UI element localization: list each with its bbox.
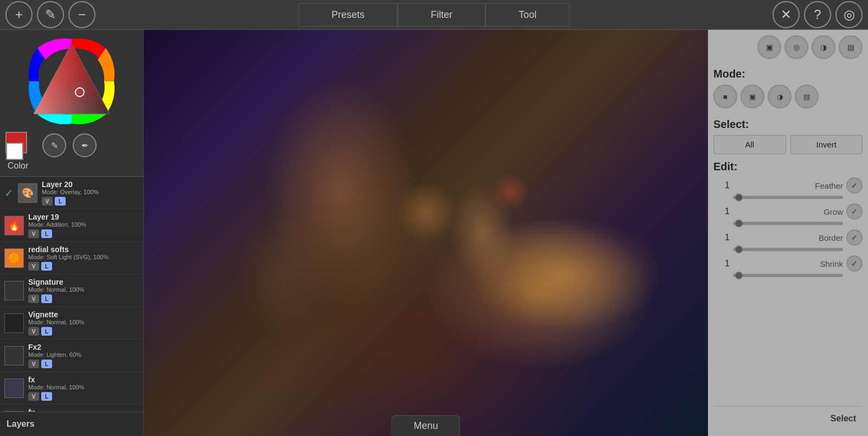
edit-button[interactable]: ✎ xyxy=(37,1,64,28)
grow-slider[interactable] xyxy=(733,222,843,225)
lock-badge[interactable]: L xyxy=(41,262,52,271)
lock-badge[interactable]: L xyxy=(55,197,66,206)
lock-badge[interactable]: L xyxy=(41,327,52,336)
layer-item[interactable]: 🟠 redial softs Mode: Soft Light (SVG), 1… xyxy=(0,242,143,274)
shrink-value: 1 xyxy=(713,259,730,268)
top-bar: + ✎ − Presets Filter Tool ✕ ? ◎ xyxy=(0,0,868,30)
right-icon-btn-3[interactable]: ◑ xyxy=(812,35,835,59)
layer-item[interactable]: Fx2 Mode: Lighten, 60% V L xyxy=(0,339,143,372)
layer-info: Vignette Mode: Normal, 100% V L xyxy=(28,310,139,336)
layer-item[interactable]: ✓ 🎨 Layer 20 Mode: Overlay, 100% V L xyxy=(0,177,143,209)
canvas-area[interactable]: Menu xyxy=(144,30,708,436)
mode-icon-4[interactable]: ▤ xyxy=(795,85,819,108)
color-wheel[interactable] xyxy=(9,35,134,127)
layer-mode: Mode: Lighten, 60% xyxy=(28,351,139,358)
visibility-badge[interactable]: V xyxy=(28,229,39,238)
feather-check-button[interactable]: ✓ xyxy=(846,177,863,194)
select-all-button[interactable]: All xyxy=(713,135,786,154)
presets-tab[interactable]: Presets xyxy=(298,3,398,27)
grow-slider-thumb xyxy=(735,220,743,227)
visibility-badge[interactable]: V xyxy=(28,294,39,303)
layer-badges: V L xyxy=(28,229,139,238)
border-value: 1 xyxy=(713,233,730,242)
layer-thumbnail xyxy=(4,346,24,366)
layer-item[interactable]: fx Mode: Normal, 100% V L xyxy=(0,372,143,405)
minus-button[interactable]: − xyxy=(68,1,95,28)
shrink-row: 1 Shrink ✓ xyxy=(713,255,863,272)
layer-info: Fx2 Mode: Lighten, 60% V L xyxy=(28,343,139,368)
color-picker-bottom: ✎ ✒ xyxy=(5,132,138,159)
visibility-badge[interactable]: V xyxy=(28,360,39,368)
layer-item[interactable]: 🔥 Layer 19 Mode: Addition, 100% V L xyxy=(0,209,143,242)
layer-thumbnail: 🟠 xyxy=(4,248,24,268)
right-icon-btn-1[interactable]: ▣ xyxy=(757,35,781,59)
background-color-swatch[interactable] xyxy=(6,143,23,160)
layer-thumbnail: 🎨 xyxy=(18,183,37,203)
shrink-slider[interactable] xyxy=(733,274,843,277)
border-slider-thumb xyxy=(735,246,743,253)
color-label: Color xyxy=(5,161,138,171)
layer-info: Signature Mode: Normal, 100% V L xyxy=(28,278,139,303)
layer-thumbnail xyxy=(4,379,24,398)
layer-badges: V L xyxy=(42,197,139,206)
lock-badge[interactable]: L xyxy=(41,360,52,368)
shrink-check-button[interactable]: ✓ xyxy=(846,255,863,272)
help-button[interactable]: ? xyxy=(804,1,831,28)
lock-badge[interactable]: L xyxy=(41,294,52,303)
mode-icons-row: ■ ▣ ◑ ▤ xyxy=(713,85,863,108)
select-bottom-label: Select xyxy=(831,414,856,424)
visibility-badge[interactable]: V xyxy=(28,327,39,336)
lock-badge[interactable]: L xyxy=(41,229,52,238)
top-bar-left: + ✎ − xyxy=(5,1,95,28)
layer-thumbnail xyxy=(4,281,24,300)
layers-title: Layers xyxy=(7,419,35,429)
feather-slider-thumb xyxy=(735,194,743,201)
filter-tab[interactable]: Filter xyxy=(398,3,486,27)
color-dropper-btn[interactable]: ✒ xyxy=(73,133,97,157)
layer-thumbnail: 🔥 xyxy=(4,216,24,235)
top-bar-right: ✕ ? ◎ xyxy=(773,1,863,28)
mode-icon-1[interactable]: ■ xyxy=(713,85,737,108)
layer-info: Layer 20 Mode: Overlay, 100% V L xyxy=(42,180,139,206)
visibility-badge[interactable]: V xyxy=(28,262,39,271)
border-slider[interactable] xyxy=(733,248,843,251)
left-panel: ✎ ✒ Color ✓ 🎨 Layer 20 Mode: Overlay, 10… xyxy=(0,30,144,436)
tool-tab[interactable]: Tool xyxy=(486,3,570,27)
layer-name: redial softs xyxy=(28,245,139,254)
layer-mode: Mode: Normal, 100% xyxy=(28,286,139,293)
layer-name: Signature xyxy=(28,278,139,286)
canvas-image xyxy=(144,30,708,436)
eye-button[interactable]: ◎ xyxy=(835,1,863,28)
feather-row: 1 Feather ✓ xyxy=(713,177,863,194)
layer-info: Layer 19 Mode: Addition, 100% V L xyxy=(28,213,139,238)
mode-icon-3[interactable]: ◑ xyxy=(768,85,792,108)
menu-button[interactable]: Menu xyxy=(391,415,460,436)
layer-item[interactable]: Signature Mode: Normal, 100% V L xyxy=(0,274,143,307)
color-picker-pencil-btn[interactable]: ✎ xyxy=(42,133,66,157)
border-check-button[interactable]: ✓ xyxy=(846,229,863,246)
border-row: 1 Border ✓ xyxy=(713,229,863,246)
visibility-badge[interactable]: V xyxy=(42,197,53,206)
layer-item[interactable]: fx Mode: Normal, 100% V L xyxy=(0,405,143,412)
shrink-slider-row xyxy=(713,274,863,277)
mode-title: Mode: xyxy=(713,68,863,80)
layer-item[interactable]: Vignette Mode: Normal, 100% V L xyxy=(0,307,143,339)
select-invert-button[interactable]: Invert xyxy=(790,135,863,154)
grow-check-button[interactable]: ✓ xyxy=(846,203,863,220)
feather-slider[interactable] xyxy=(733,196,843,199)
layer-mode: Mode: Overlay, 100% xyxy=(42,189,139,195)
layers-bottom: Layers xyxy=(0,412,143,436)
mode-icon-2[interactable]: ▣ xyxy=(741,85,764,108)
add-button[interactable]: + xyxy=(5,1,33,28)
lock-badge[interactable]: L xyxy=(41,392,52,401)
layers-list: ✓ 🎨 Layer 20 Mode: Overlay, 100% V L 🔥 L… xyxy=(0,177,143,412)
visibility-badge[interactable]: V xyxy=(28,392,39,401)
border-slider-row xyxy=(713,248,863,251)
grow-row: 1 Grow ✓ xyxy=(713,203,863,220)
layer-name: Layer 19 xyxy=(28,213,139,221)
right-icon-btn-2[interactable]: ◎ xyxy=(784,35,808,59)
right-icon-btn-4[interactable]: ▤ xyxy=(839,35,863,59)
color-picker-popup: ✎ ✒ Color xyxy=(0,30,143,177)
layer-name: fx xyxy=(28,375,139,384)
close-button[interactable]: ✕ xyxy=(773,1,800,28)
